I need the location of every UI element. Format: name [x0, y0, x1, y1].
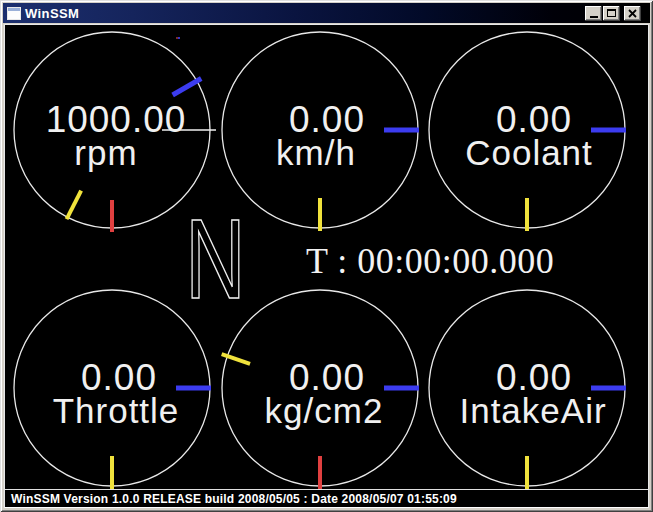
status-bar: WinSSM Version 1.0.0 RELEASE build 2008/…	[4, 489, 649, 508]
gauge-boost-unit: kg/cm2	[265, 391, 384, 430]
close-button[interactable]	[624, 6, 641, 21]
gear-indicator: N	[183, 211, 249, 303]
window-controls	[585, 6, 641, 21]
gauge-rpm-dial: 1000.00 rpm	[6, 24, 218, 236]
gauge-coolant: 0.00 Coolant	[421, 24, 633, 236]
gauge-intakeair-unit: IntakeAir	[459, 391, 606, 430]
gauge-intakeair: 0.00 IntakeAir	[421, 282, 633, 494]
gear-indicator-letter: N	[185, 211, 245, 303]
app-icon[interactable]	[7, 7, 21, 20]
gauge-throttle-unit: Throttle	[53, 391, 180, 430]
minimize-button[interactable]	[585, 6, 602, 21]
status-text: WinSSM Version 1.0.0 RELEASE build 2008/…	[5, 492, 457, 506]
gauge-coolant-dial: 0.00 Coolant	[421, 24, 633, 236]
gauge-boost: 0.00 kg/cm2	[214, 282, 426, 494]
minimize-icon	[590, 16, 598, 18]
gauge-rpm-unit: rpm	[74, 133, 137, 172]
gauge-boost-dial: 0.00 kg/cm2	[214, 282, 426, 494]
gauge-throttle: 0.00 Throttle	[6, 282, 218, 494]
maximize-button[interactable]	[603, 6, 620, 21]
gauge-intakeair-dial: 0.00 IntakeAir	[421, 282, 633, 494]
gauge-rpm: 1000.00 rpm	[6, 24, 218, 236]
gauge-speed-unit: km/h	[276, 133, 356, 172]
gauge-throttle-dial: 0.00 Throttle	[6, 282, 218, 494]
winssm-window: WinSSM 1000.00 rpm 0.00 km/h	[0, 0, 653, 512]
close-icon	[628, 9, 637, 18]
title-bar[interactable]: WinSSM	[3, 3, 650, 23]
gauge-speed: 0.00 km/h	[214, 24, 426, 236]
maximize-icon	[607, 9, 616, 17]
gauge-coolant-unit: Coolant	[465, 133, 593, 172]
pixel-artifact	[176, 37, 180, 39]
gauge-speed-dial: 0.00 km/h	[214, 24, 426, 236]
lap-timer: T : 00:00:00.000	[306, 240, 596, 282]
window-title: WinSSM	[25, 6, 79, 21]
